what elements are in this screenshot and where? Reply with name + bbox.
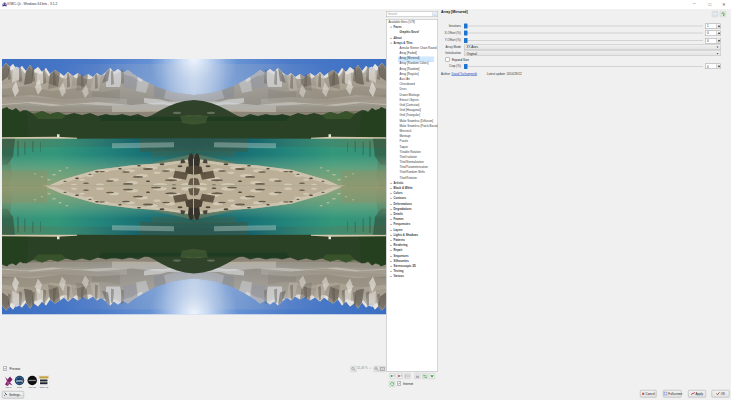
svg-text:UNICAEN: UNICAEN — [28, 386, 36, 388]
svg-text:ENSICAEN: ENSICAEN — [40, 386, 49, 388]
svg-text:unicaen: unicaen — [28, 379, 36, 381]
svg-text:GREYC: GREYC — [5, 386, 12, 388]
svg-text:cnrs: cnrs — [16, 379, 23, 383]
svg-text:CNRS: CNRS — [17, 386, 23, 388]
